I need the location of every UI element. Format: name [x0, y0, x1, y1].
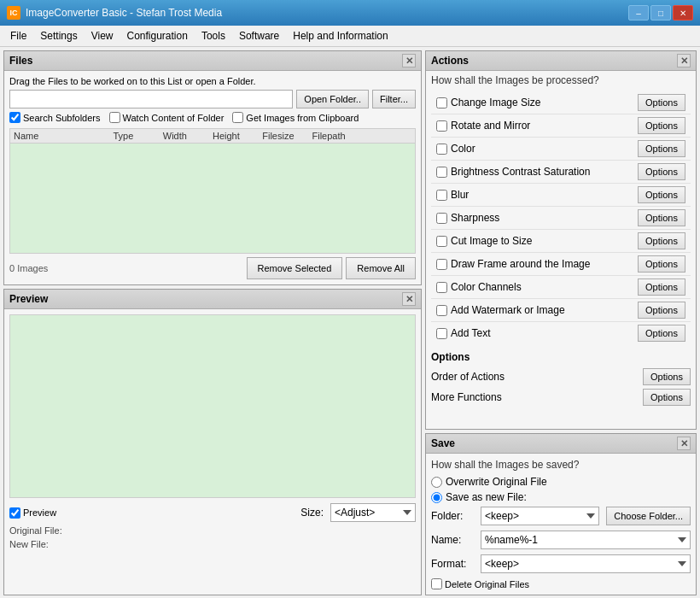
search-subfolders-label[interactable]: Search Subfolders [9, 112, 101, 123]
action-row-draw-frame: Draw Frame around the Image Options [431, 253, 691, 276]
save-panel-close[interactable]: ✕ [677, 437, 691, 450]
main-content: Files ✕ Drag the Files to be worked on t… [0, 47, 700, 598]
menu-software[interactable]: Software [232, 27, 286, 44]
save-as-new-radio-label[interactable]: Save as new File: [431, 491, 527, 503]
menu-settings[interactable]: Settings [33, 27, 84, 44]
action-checkbox-color-channels[interactable] [436, 282, 447, 293]
overwrite-radio-label[interactable]: Overwrite Original File [431, 476, 547, 488]
folder-row: Folder: <keep> Choose Folder... [431, 507, 691, 525]
action-options-btn-rotate-mirror[interactable]: Options [638, 117, 685, 134]
action-options-btn-color[interactable]: Options [638, 140, 685, 157]
action-checkbox-rotate-mirror[interactable] [436, 120, 447, 132]
action-row-change-image-size: Change Image Size Options [431, 91, 691, 114]
menu-file[interactable]: File [3, 27, 33, 44]
files-panel-title: Files [9, 55, 32, 67]
remove-all-button[interactable]: Remove All [346, 257, 416, 279]
app-icon-text: IC [10, 9, 18, 17]
preview-panel-body: Preview Size: <Adjust> Original File: Ne… [4, 309, 421, 554]
overwrite-radio[interactable] [431, 477, 442, 488]
action-label-watermark: Add Watermark or Image [451, 304, 634, 316]
files-search-row: Open Folder.. Filter... [9, 90, 416, 108]
preview-footer: Preview Size: <Adjust> [9, 503, 416, 522]
save-as-new-label-text: Save as new File: [446, 491, 527, 503]
name-label: Name: [431, 534, 474, 546]
get-images-checkbox[interactable] [232, 112, 243, 123]
menu-tools[interactable]: Tools [195, 27, 232, 44]
preview-panel-close[interactable]: ✕ [402, 292, 416, 306]
files-panel-close[interactable]: ✕ [402, 54, 416, 67]
action-options-btn-add-text[interactable]: Options [638, 325, 685, 342]
files-search-input[interactable] [9, 90, 293, 108]
filter-button[interactable]: Filter... [372, 90, 416, 108]
minimize-button[interactable]: – [628, 5, 649, 21]
action-checkbox-color[interactable] [436, 144, 447, 155]
action-options-btn-sharpness[interactable]: Options [638, 209, 685, 226]
size-label: Size: [300, 507, 324, 519]
files-drag-hint: Drag the Files to be worked on to this L… [9, 76, 416, 86]
maximize-button[interactable]: □ [650, 5, 671, 21]
col-type: Type [114, 131, 163, 141]
search-subfolders-checkbox[interactable] [9, 112, 20, 123]
delete-originals-checkbox[interactable] [431, 578, 442, 589]
files-action-buttons: Remove Selected Remove All [247, 257, 416, 279]
action-checkbox-add-text[interactable] [436, 328, 447, 339]
action-checkbox-brightness[interactable] [436, 167, 447, 178]
actions-panel-body: How shall the Images be processed? Chang… [426, 71, 696, 414]
format-select[interactable]: <keep> [481, 554, 691, 573]
action-checkbox-watermark[interactable] [436, 305, 447, 316]
action-checkbox-sharpness[interactable] [436, 213, 447, 224]
preview-panel-header: Preview ✕ [4, 290, 421, 309]
action-checkbox-blur[interactable] [436, 190, 447, 201]
action-options-btn-cut-image[interactable]: Options [638, 232, 685, 249]
col-name: Name [14, 131, 114, 141]
action-options-btn-blur[interactable]: Options [638, 186, 685, 203]
action-row-blur: Blur Options [431, 184, 691, 207]
name-select[interactable]: %name%-1 [481, 531, 691, 549]
action-options-btn-brightness[interactable]: Options [638, 163, 685, 180]
preview-panel: Preview ✕ Preview Size: <Adjust> [3, 289, 422, 595]
right-panel: Actions ✕ How shall the Images be proces… [425, 50, 697, 595]
action-options-btn-change-image-size[interactable]: Options [638, 94, 685, 111]
get-images-text: Get Images from Clipboard [246, 113, 359, 123]
files-panel-body: Drag the Files to be worked on to this L… [4, 71, 421, 284]
preview-checkbox[interactable] [9, 507, 20, 519]
menu-bar: File Settings View Configuration Tools S… [0, 26, 700, 47]
remove-selected-button[interactable]: Remove Selected [247, 257, 343, 279]
action-checkbox-cut-image[interactable] [436, 236, 447, 247]
preview-checkbox-label[interactable]: Preview [9, 507, 56, 519]
menu-configuration[interactable]: Configuration [120, 27, 195, 44]
choose-folder-button[interactable]: Choose Folder... [606, 507, 691, 525]
overwrite-radio-row: Overwrite Original File [431, 476, 691, 488]
action-options-btn-draw-frame[interactable]: Options [638, 255, 685, 273]
action-row-brightness: Brightness Contrast Saturation Options [431, 161, 691, 184]
format-label: Format: [431, 558, 474, 570]
folder-select[interactable]: <keep> [481, 507, 599, 525]
action-options-btn-color-channels[interactable]: Options [638, 278, 685, 296]
delete-originals-label[interactable]: Delete Original Files [431, 578, 691, 589]
order-of-actions-options-btn[interactable]: Options [643, 368, 691, 385]
menu-help[interactable]: Help and Information [286, 27, 394, 44]
save-panel-title: Save [431, 437, 455, 449]
menu-view[interactable]: View [85, 27, 120, 44]
action-label-blur: Blur [451, 189, 634, 201]
preview-label-text: Preview [23, 507, 56, 518]
col-width: Width [163, 131, 213, 141]
action-checkbox-draw-frame[interactable] [436, 259, 447, 270]
actions-panel-close[interactable]: ✕ [677, 54, 691, 67]
watch-content-text: Watch Content of Folder [123, 113, 225, 123]
save-panel-body: How shall the Images be saved? Overwrite… [426, 454, 696, 595]
files-panel-header: Files ✕ [4, 51, 421, 71]
folder-label: Folder: [431, 510, 474, 522]
save-as-new-radio[interactable] [431, 492, 442, 503]
size-select[interactable]: <Adjust> [330, 503, 416, 522]
close-button[interactable]: ✕ [673, 5, 693, 21]
open-folder-button[interactable]: Open Folder.. [296, 90, 369, 108]
action-options-btn-watermark[interactable]: Options [638, 302, 685, 319]
get-images-label[interactable]: Get Images from Clipboard [232, 112, 359, 123]
more-functions-label: More Functions [431, 391, 502, 403]
actions-list: Change Image Size Options Rotate and Mir… [431, 91, 691, 344]
more-functions-options-btn[interactable]: Options [643, 389, 691, 406]
watch-content-checkbox[interactable] [109, 112, 120, 123]
watch-content-label[interactable]: Watch Content of Folder [109, 112, 225, 123]
action-checkbox-change-image-size[interactable] [436, 97, 447, 108]
